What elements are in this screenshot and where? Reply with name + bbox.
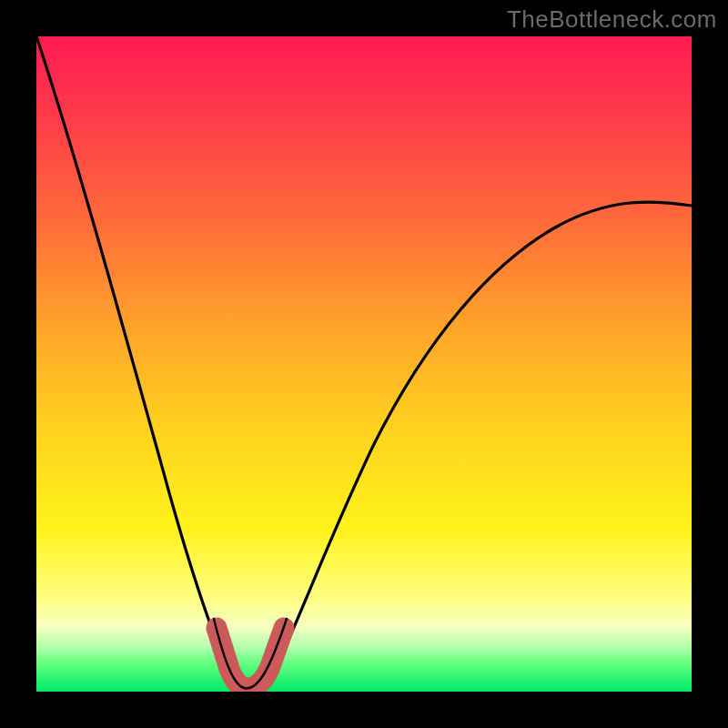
- valley-accent: [217, 628, 284, 688]
- curve-layer: [36, 36, 692, 692]
- watermark-text: TheBottleneck.com: [507, 5, 717, 34]
- plot-area: [36, 36, 692, 692]
- chart-frame: TheBottleneck.com: [0, 0, 728, 728]
- bottleneck-curve: [36, 36, 692, 690]
